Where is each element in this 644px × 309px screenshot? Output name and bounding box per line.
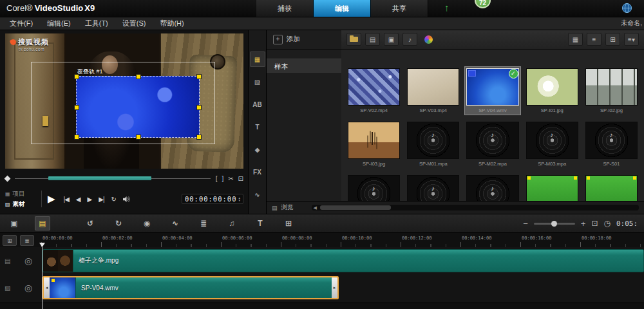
video-track-icon[interactable]: ◎ [24, 256, 32, 266]
play-button[interactable]: ▶ [48, 193, 55, 205]
add-folder-button[interactable]: + 添加 [267, 30, 341, 50]
repeat-button[interactable]: ↻ [111, 196, 116, 203]
track-options-icon[interactable]: ▧ [5, 285, 10, 292]
media-thumbnail[interactable]: SP-I01.jpg [525, 67, 580, 115]
audio-waveform-icon[interactable]: ∿ [167, 216, 183, 230]
media-thumbnail[interactable]: SP-V02.mp4 [346, 67, 401, 115]
track-list-button[interactable]: ≣ [20, 235, 34, 246]
resize-handle[interactable] [74, 135, 79, 140]
menu-file[interactable]: 文件(F) [3, 19, 40, 28]
fit-project-icon[interactable]: ⊡ [591, 219, 598, 228]
scrollbar-thumb[interactable] [320, 205, 391, 210]
zoom-slider[interactable] [534, 223, 575, 225]
mark-in-button[interactable]: [ [216, 175, 218, 182]
resize-handle[interactable] [196, 135, 202, 140]
track-manager-button[interactable]: ⊞ [3, 235, 17, 246]
media-thumbnail[interactable]: SP-S01 [584, 120, 639, 168]
volume-icon[interactable] [122, 196, 131, 203]
menu-edit[interactable]: 编辑(E) [40, 19, 78, 28]
library-scrollbar[interactable] [312, 205, 639, 211]
media-library-icon[interactable]: ▦ [250, 52, 265, 67]
view-list-icon[interactable]: ≡ [587, 33, 601, 46]
undo-icon[interactable]: ↺ [82, 216, 98, 230]
instant-project-icon[interactable]: ▨ [250, 74, 265, 89]
mode-project-button[interactable]: ▦项目 [5, 190, 40, 198]
sort-icon[interactable]: ≡▾ [624, 33, 639, 46]
ruler-scale[interactable]: 00:00:00:0000:00:02:0000:00:04:0000:00:0… [41, 233, 644, 247]
end-button[interactable]: ▶| [99, 196, 104, 203]
media-thumbnail[interactable] [406, 174, 460, 201]
title-icon[interactable]: T [250, 119, 265, 135]
media-thumbnail[interactable]: SP-I02.jpg [584, 67, 639, 115]
playhead[interactable] [42, 247, 43, 309]
media-thumbnail[interactable] [525, 174, 580, 201]
view-small-grid-icon[interactable]: ⊞ [605, 33, 620, 46]
tab-capture[interactable]: 捕获 [256, 0, 314, 17]
track-options-icon[interactable]: ▤ [5, 258, 10, 265]
transition-icon[interactable]: AB [250, 97, 265, 112]
next-frame-button[interactable]: ▶ [88, 196, 92, 203]
mode-clip-button[interactable]: ▤素材 [5, 200, 40, 209]
menu-help[interactable]: 帮助(H) [153, 19, 191, 28]
scroll-left-icon[interactable] [314, 205, 317, 211]
media-thumbnail[interactable] [465, 174, 520, 201]
notification-badge[interactable]: 72 [475, 0, 491, 8]
trim-handle-left[interactable] [44, 277, 50, 298]
overlay-track-icon[interactable]: ◎ [24, 283, 32, 293]
storyboard-view-icon[interactable]: ▣ [6, 216, 22, 230]
split-clip-button[interactable]: ✂ [228, 175, 233, 182]
menu-tools[interactable]: 工具(T) [78, 19, 115, 28]
mark-out-button[interactable]: ] [222, 175, 223, 182]
filter-icon[interactable]: FX [250, 164, 265, 180]
motion-path-icon[interactable]: ∿ [250, 187, 265, 202]
home-button[interactable]: |◀ [64, 196, 69, 203]
tab-edit[interactable]: 编辑 [314, 0, 371, 17]
media-thumbnail[interactable]: SP-M01.mpa [406, 120, 460, 168]
resize-handle[interactable] [196, 74, 202, 79]
duration-clock-icon[interactable]: ◷ [604, 219, 611, 228]
media-thumbnail[interactable]: SP-I03.jpg [346, 120, 401, 168]
view-thumbnails-icon[interactable]: ▦ [568, 33, 583, 46]
scrub-track[interactable] [15, 178, 211, 179]
filter-audio-icon[interactable]: ♪ [402, 33, 417, 46]
media-thumbnail[interactable] [584, 174, 639, 201]
resize-handle[interactable] [196, 105, 202, 110]
redo-icon[interactable]: ↻ [111, 216, 126, 230]
overlay-clip-selection[interactable] [76, 76, 200, 138]
timeline-view-icon[interactable]: ▤ [35, 216, 50, 230]
zoom-out-button[interactable]: − [523, 219, 528, 229]
media-thumbnail[interactable]: SP-V04.wmv [465, 67, 520, 115]
clip-video-track[interactable]: 椅子之争.mpg [43, 249, 644, 272]
import-media-icon[interactable] [346, 33, 361, 46]
library-folder-sample[interactable]: 样本 [267, 59, 341, 74]
tab-share[interactable]: 共享 [371, 0, 428, 17]
media-gallery-icon[interactable] [421, 33, 436, 46]
record-capture-icon[interactable]: ◉ [139, 216, 155, 230]
globe-icon[interactable] [621, 3, 632, 14]
auto-music-icon[interactable]: ♫ [224, 216, 240, 230]
graphic-icon[interactable]: ◆ [250, 142, 265, 157]
media-thumbnail[interactable]: SP-M02.mpa [465, 120, 520, 168]
trim-handle-right[interactable] [332, 277, 337, 298]
resize-handle[interactable] [74, 105, 79, 110]
scrub-marker[interactable] [5, 175, 11, 182]
trim-range-bar[interactable] [48, 176, 151, 180]
sound-mixer-icon[interactable]: ≣ [196, 216, 211, 230]
prev-frame-button[interactable]: ◀ [76, 196, 80, 203]
menu-settings[interactable]: 设置(S) [115, 19, 153, 28]
media-thumbnail[interactable] [346, 174, 401, 201]
subtitle-editor-icon[interactable]: T [252, 216, 268, 230]
timecode-stepper[interactable] [238, 196, 240, 201]
upload-arrow-icon[interactable]: ↑ [444, 2, 450, 13]
clip-overlay-track[interactable]: SP-V04.wmv [43, 276, 339, 299]
resize-handle[interactable] [136, 135, 141, 140]
filter-photo-icon[interactable]: ▣ [384, 33, 399, 46]
filter-video-icon[interactable]: ▤ [365, 33, 380, 46]
media-thumbnail[interactable]: SP-M03.mpa [525, 120, 580, 168]
resize-handle[interactable] [136, 74, 141, 79]
split-screen-template-icon[interactable]: ⊞ [281, 216, 296, 230]
zoom-in-button[interactable]: + [581, 219, 586, 229]
enlarge-button[interactable]: ⊡ [238, 175, 243, 182]
zoom-slider-thumb[interactable] [551, 221, 557, 227]
media-thumbnail[interactable]: SP-V03.mp4 [406, 67, 460, 115]
